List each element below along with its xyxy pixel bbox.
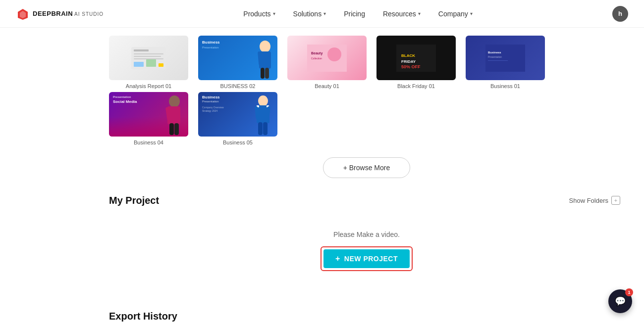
- section-header: My Project Show Folders +: [109, 194, 624, 207]
- svg-point-15: [327, 47, 341, 61]
- svg-rect-30: [169, 123, 174, 135]
- template-row-2: Presentation Social Media B: [109, 92, 624, 145]
- template-thumb[interactable]: [109, 36, 188, 80]
- nav-item-pricing[interactable]: Pricing: [344, 10, 365, 18]
- chat-button[interactable]: 1 💬: [608, 289, 632, 313]
- svg-text:Beauty: Beauty: [311, 51, 322, 55]
- template-business-01[interactable]: Business Presentation Business 01: [466, 36, 545, 89]
- nav-links: Products ▾ Solutions ▾ Pricing Resources…: [243, 10, 472, 18]
- template-thumb[interactable]: Presentation Social Media: [109, 92, 188, 137]
- person-silhouette: [159, 94, 188, 137]
- show-folders-label: Show Folders: [569, 197, 608, 204]
- nav-item-company[interactable]: Company ▾: [438, 10, 473, 18]
- browse-more-container: + Browse More: [109, 157, 624, 178]
- thumb-svg: BLACK FRIDAY 50% OFF: [396, 45, 436, 72]
- caret-icon: ▾: [470, 11, 473, 16]
- svg-text:50% OFF: 50% OFF: [401, 64, 421, 69]
- browse-more-button[interactable]: + Browse More: [323, 157, 411, 178]
- export-history-title: Export History: [109, 311, 624, 322]
- thumb-text: Business Presentation Company OverviewSt…: [202, 95, 224, 113]
- template-row-1: Analysis Report 01 Business Presentation: [109, 36, 624, 89]
- svg-text:BLACK: BLACK: [401, 53, 415, 58]
- export-history-section: Export History Project Status Type Reque…: [109, 311, 624, 325]
- svg-rect-7: [159, 63, 163, 67]
- project-empty-text: Please Make a video.: [333, 231, 400, 238]
- svg-rect-13: [265, 68, 269, 79]
- person-silhouette: [250, 40, 277, 80]
- nav-item-resources[interactable]: Resources ▾: [383, 10, 421, 18]
- template-analysis-report-01[interactable]: Analysis Report 01: [109, 36, 188, 89]
- thumb-svg: Beauty Collection: [307, 45, 347, 72]
- folder-icon: +: [611, 196, 620, 205]
- svg-text:FRIDAY: FRIDAY: [401, 59, 416, 64]
- thumb-svg: Business Presentation: [485, 45, 525, 72]
- new-project-button[interactable]: + NEW PROJECT: [323, 249, 410, 268]
- template-label: BUSINESS 02: [220, 83, 256, 89]
- show-folders-button[interactable]: Show Folders +: [565, 194, 624, 207]
- caret-icon: ▾: [418, 11, 421, 16]
- main-content: Analysis Report 01 Business Presentation: [0, 0, 644, 325]
- template-thumb[interactable]: BLACK FRIDAY 50% OFF: [376, 36, 456, 80]
- caret-icon: ▾: [273, 11, 275, 16]
- template-thumb[interactable]: Business Presentation: [466, 36, 545, 80]
- chat-icon: 💬: [615, 296, 626, 307]
- thumb-text: Presentation Social Media: [113, 95, 137, 105]
- svg-point-8: [260, 41, 270, 52]
- template-business-04[interactable]: Presentation Social Media B: [109, 92, 188, 145]
- thumb-svg: [129, 45, 168, 72]
- template-business-05[interactable]: Business Presentation Company OverviewSt…: [198, 92, 277, 145]
- navbar: DEEPBRAIN AI STUDIO Products ▾ Solutions…: [0, 0, 644, 28]
- svg-point-32: [258, 95, 268, 106]
- plus-icon: +: [335, 254, 340, 263]
- nav-item-products[interactable]: Products ▾: [243, 10, 275, 18]
- logo[interactable]: DEEPBRAIN AI STUDIO: [16, 7, 104, 21]
- logo-main-text: DEEPBRAIN: [33, 10, 73, 17]
- project-empty-state: Please Make a video. + NEW PROJECT: [109, 219, 624, 291]
- svg-rect-4: [134, 58, 163, 59]
- svg-rect-12: [261, 68, 265, 79]
- svg-rect-25: [488, 60, 508, 61]
- my-project-section: My Project Show Folders + Please Make a …: [109, 194, 624, 291]
- thumb-text: Business Presentation: [202, 40, 220, 50]
- template-label: Business 01: [490, 83, 520, 89]
- chat-badge: 1: [625, 288, 633, 296]
- svg-rect-38: [258, 122, 263, 135]
- new-project-label: NEW PROJECT: [344, 255, 398, 263]
- deepbrain-logo-icon: [16, 7, 30, 21]
- template-black-friday-01[interactable]: BLACK FRIDAY 50% OFF Black Friday 01: [376, 36, 456, 89]
- svg-rect-6: [146, 59, 156, 67]
- template-thumb[interactable]: Business Presentation: [198, 36, 277, 80]
- template-label: Analysis Report 01: [126, 83, 171, 89]
- svg-rect-39: [263, 122, 268, 135]
- svg-text:Presentation: Presentation: [488, 55, 502, 58]
- svg-rect-2: [134, 53, 163, 54]
- user-avatar[interactable]: h: [612, 6, 628, 22]
- person-silhouette: [249, 94, 276, 137]
- logo-sub-text: AI STUDIO: [74, 11, 104, 17]
- svg-point-26: [169, 95, 180, 107]
- template-label: Beauty 01: [315, 83, 339, 89]
- template-label: Black Friday 01: [397, 83, 435, 89]
- svg-text:Collection: Collection: [311, 57, 322, 60]
- svg-rect-31: [174, 123, 179, 135]
- template-label: Business 05: [223, 139, 253, 145]
- svg-rect-1: [134, 49, 149, 51]
- template-business-02[interactable]: Business Presentation BUSINESS 02: [198, 36, 277, 89]
- template-thumb[interactable]: Business Presentation Company OverviewSt…: [198, 92, 277, 137]
- svg-rect-3: [134, 56, 161, 57]
- nav-item-solutions[interactable]: Solutions ▾: [293, 10, 326, 18]
- template-gallery: Analysis Report 01 Business Presentation: [109, 28, 624, 145]
- new-project-wrapper: + NEW PROJECT: [321, 246, 413, 271]
- svg-text:Business: Business: [488, 51, 501, 54]
- template-thumb[interactable]: Beauty Collection: [287, 36, 367, 80]
- svg-rect-5: [134, 62, 144, 67]
- caret-icon: ▾: [323, 11, 326, 16]
- my-project-title: My Project: [109, 195, 159, 206]
- template-beauty-01[interactable]: Beauty Collection Beauty 01: [287, 36, 367, 89]
- template-label: Business 04: [134, 139, 163, 145]
